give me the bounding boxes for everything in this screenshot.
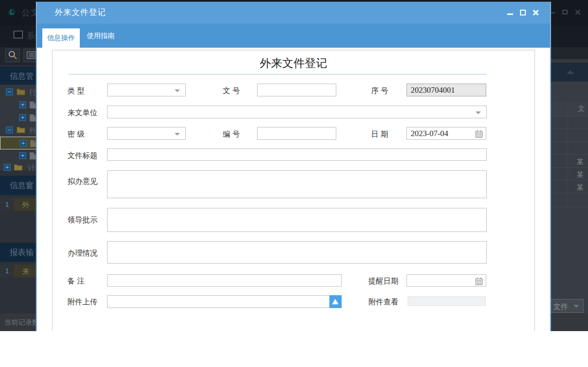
heading-underline <box>69 74 487 74</box>
dialog-window-controls <box>507 9 539 16</box>
chevron-down-icon <box>574 305 579 308</box>
grid-header-row: 文 <box>551 102 588 116</box>
opinion-textarea[interactable] <box>107 170 487 198</box>
tree-expand-toggle[interactable]: + <box>19 101 26 108</box>
folder-icon <box>17 88 25 95</box>
main-window-controls <box>548 9 582 16</box>
list-item-index: 1 <box>0 198 14 211</box>
date-label: 日 期 <box>371 130 388 139</box>
tree-expand-toggle[interactable]: + <box>20 140 27 147</box>
document-type-dropdown-label: 文件 <box>553 302 568 312</box>
external-doc-register-dialog: 外来文件登记 信息操作 使用指南 外来文件登记 类 型 文 号 <box>36 2 551 331</box>
form-panel: 外来文件登记 类 型 文 号 序 号 20230704001 来文单位 密 级 <box>52 50 535 331</box>
secrecy-select[interactable] <box>107 127 186 140</box>
folder-icon <box>14 164 22 171</box>
restore-icon[interactable] <box>561 9 569 16</box>
list-item-index: 1 <box>0 265 14 278</box>
leader-approval-label: 领导批示 <box>67 215 97 225</box>
tree-item-label: 行 <box>29 88 36 98</box>
document-icon <box>29 152 36 160</box>
attachment-upload-label: 附件上传 <box>67 297 97 307</box>
serial-label: 序 号 <box>371 86 388 96</box>
tab-info-operation[interactable]: 信息操作 <box>42 28 80 48</box>
chevron-down-icon <box>476 111 481 114</box>
search-button[interactable] <box>5 49 20 62</box>
tab-user-guide[interactable]: 使用指南 <box>81 24 120 48</box>
query-panel-header <box>551 63 588 81</box>
remark-label: 备 注 <box>67 276 85 286</box>
secrecy-label: 密 级 <box>67 130 85 139</box>
leader-approval-textarea[interactable] <box>107 208 487 232</box>
doc-title-input[interactable] <box>107 148 487 161</box>
grid-header-cell: 文 <box>578 104 585 114</box>
dialog-titlebar: 外来文件登记 <box>36 2 551 24</box>
number-label: 编 号 <box>223 130 240 139</box>
docno-label: 文 号 <box>223 86 240 96</box>
calendar-icon[interactable] <box>476 130 483 138</box>
search-icon <box>7 50 18 61</box>
doc-title-label: 文件标题 <box>67 151 97 161</box>
tree-item-label: 计 <box>28 163 35 173</box>
date-field[interactable]: 2023-07-04 <box>406 127 486 140</box>
grid-cell: 某 <box>577 157 584 167</box>
collapse-panel-icon[interactable] <box>567 70 574 74</box>
list-icon <box>27 51 35 59</box>
dialog-tabbar: 信息操作 使用指南 <box>36 24 551 48</box>
source-unit-label: 来文单位 <box>67 108 97 118</box>
date-value: 2023-07-04 <box>411 129 448 138</box>
screen: 公文 系统 <box>0 0 588 367</box>
close-icon[interactable] <box>532 9 539 16</box>
tree-expand-toggle[interactable]: + <box>19 114 26 121</box>
grid-cell: 某 <box>577 183 584 192</box>
type-select[interactable] <box>107 84 186 96</box>
calendar-icon[interactable] <box>476 278 483 285</box>
folder-icon <box>17 126 25 133</box>
docno-input[interactable] <box>257 84 336 96</box>
number-input[interactable] <box>257 127 336 140</box>
serial-readonly-field: 20230704001 <box>406 84 486 96</box>
type-label: 类 型 <box>67 86 85 96</box>
tree-expand-toggle[interactable]: + <box>4 164 11 171</box>
grid-cell: 某 <box>577 170 584 179</box>
remind-date-label: 提醒日期 <box>368 276 398 286</box>
tree-expand-toggle[interactable]: + <box>19 152 26 159</box>
document-icon <box>29 101 36 109</box>
source-unit-select[interactable] <box>107 106 487 118</box>
dialog-title: 外来文件登记 <box>55 8 106 18</box>
close-icon[interactable] <box>574 9 582 16</box>
tree-collapse-toggle[interactable]: − <box>6 88 13 95</box>
chevron-down-icon <box>175 133 180 136</box>
attachment-view-label: 附件查看 <box>368 297 398 307</box>
attachment-view-field <box>408 296 486 306</box>
dialog-body: 外来文件登记 类 型 文 号 序 号 20230704001 来文单位 密 级 <box>36 48 551 331</box>
remark-input[interactable] <box>107 274 342 287</box>
chevron-down-icon <box>175 89 180 92</box>
data-grid-fragment: 文 某 某 某 <box>551 81 588 313</box>
opinion-label: 拟办意见 <box>67 177 97 186</box>
handling-label: 办理情况 <box>67 249 97 258</box>
right-panel-strip <box>551 59 588 63</box>
remind-date-field[interactable] <box>406 274 486 287</box>
maximize-icon[interactable] <box>519 9 526 16</box>
upload-button[interactable] <box>329 295 342 308</box>
minimize-icon[interactable] <box>507 9 514 16</box>
attachment-upload-input[interactable] <box>107 295 342 308</box>
system-menu-icon <box>13 31 23 39</box>
handling-textarea[interactable] <box>107 241 487 264</box>
app-logo-icon <box>8 8 17 17</box>
upload-arrow-icon <box>332 299 338 304</box>
form-heading: 外来文件登记 <box>52 56 534 71</box>
tree-collapse-toggle[interactable]: − <box>6 126 13 133</box>
document-icon <box>29 114 36 122</box>
tree-item-label: 外 <box>29 126 36 136</box>
